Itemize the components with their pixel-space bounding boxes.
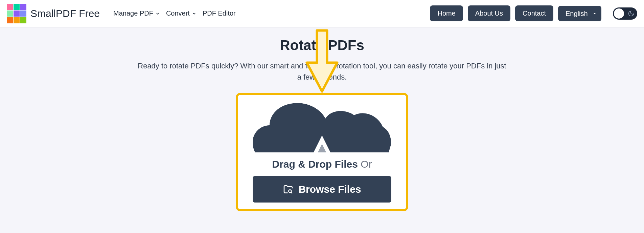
nav-pdf-editor[interactable]: PDF Editor bbox=[203, 9, 236, 17]
moon-icon bbox=[628, 10, 635, 17]
chevron-down-icon bbox=[192, 11, 197, 16]
drop-text: Drag & Drop Files Or bbox=[245, 158, 399, 170]
drop-zone[interactable]: Drag & Drop Files Or Browse Files bbox=[236, 93, 408, 211]
nav-convert-label: Convert bbox=[166, 9, 190, 17]
nav-menu: Manage PDF Convert PDF Editor bbox=[113, 9, 236, 17]
nav-pdf-editor-label: PDF Editor bbox=[203, 9, 236, 17]
nav-convert[interactable]: Convert bbox=[166, 9, 197, 17]
browse-files-button[interactable]: Browse Files bbox=[253, 176, 391, 203]
folder-search-icon bbox=[283, 184, 294, 195]
contact-button[interactable]: Contact bbox=[515, 5, 553, 21]
nav-manage-pdf[interactable]: Manage PDF bbox=[113, 9, 160, 17]
header: SmallPDF Free Manage PDF Convert PDF Edi… bbox=[0, 0, 644, 27]
or-label: Or bbox=[361, 158, 372, 170]
svg-point-0 bbox=[289, 190, 292, 192]
main-content: Rotate PDFs Ready to rotate PDFs quickly… bbox=[0, 27, 644, 221]
cloud-upload-icon bbox=[253, 98, 391, 152]
logo-section[interactable]: SmallPDF Free bbox=[7, 4, 100, 23]
nav-buttons: Home About Us Contact English bbox=[430, 5, 637, 21]
drag-drop-label: Drag & Drop Files bbox=[272, 158, 358, 170]
arrow-down-icon bbox=[305, 29, 339, 93]
theme-toggle[interactable] bbox=[613, 7, 637, 20]
home-button[interactable]: Home bbox=[430, 5, 463, 21]
logo-text: SmallPDF Free bbox=[30, 8, 100, 19]
browse-label: Browse Files bbox=[298, 184, 361, 195]
nav-manage-pdf-label: Manage PDF bbox=[113, 9, 153, 17]
toggle-knob bbox=[614, 8, 624, 19]
language-select[interactable]: English bbox=[558, 6, 601, 21]
about-button[interactable]: About Us bbox=[468, 5, 510, 21]
chevron-down-icon bbox=[155, 11, 160, 16]
logo-icon bbox=[7, 4, 26, 23]
